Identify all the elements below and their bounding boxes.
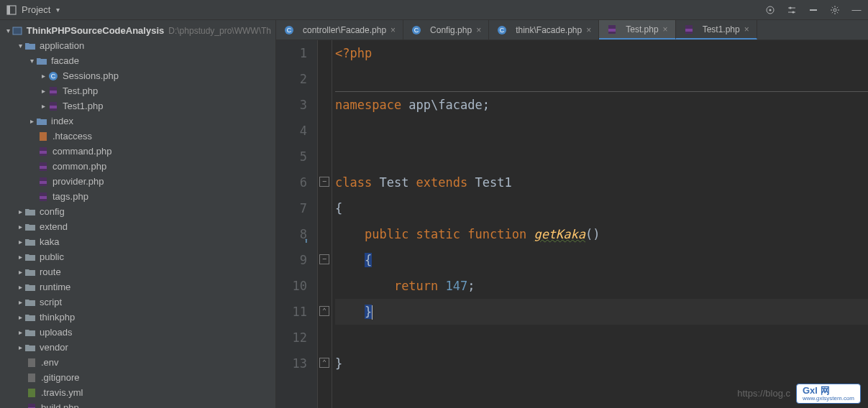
fold-toggle-icon[interactable]: − <box>319 177 329 187</box>
svg-point-3 <box>769 9 771 11</box>
tree-folder-application[interactable]: ▾ application <box>0 38 275 53</box>
php-file-icon <box>26 402 37 409</box>
svg-point-7 <box>792 11 794 13</box>
svg-rect-22 <box>50 91 57 93</box>
collapse-icon[interactable] <box>808 4 819 16</box>
svg-rect-29 <box>40 166 47 169</box>
tree-file-provider[interactable]: provider.php <box>0 174 275 189</box>
chevron-down-icon: ▾ <box>53 6 62 14</box>
project-tool-icon[interactable] <box>6 4 17 16</box>
line-number: 4 <box>276 118 307 144</box>
tree-folder-facade[interactable]: ▾ facade <box>0 53 275 68</box>
folder-icon <box>24 206 36 218</box>
project-dropdown[interactable]: Project ▾ <box>22 4 62 15</box>
settings-sliders-icon[interactable] <box>786 4 798 16</box>
tree-file-travis[interactable]: .travis.yml <box>0 385 275 400</box>
tree-file-sessions[interactable]: ▸ C Sessions.php <box>0 68 275 83</box>
tree-label: ThinkPHPSourceCodeAnalysis <box>27 25 164 36</box>
tree-path: D:\phpstudy_pro\WWW\Th <box>168 26 271 36</box>
svg-text:C: C <box>287 27 292 34</box>
tree-folder-config[interactable]: ▸config <box>0 204 275 219</box>
watermark-url: https://blog.c <box>737 388 790 399</box>
gear-icon[interactable] <box>829 4 841 16</box>
svg-rect-48 <box>685 29 693 32</box>
close-icon[interactable]: × <box>586 25 591 35</box>
arrow-right-icon: ▸ <box>16 298 24 307</box>
tree-folder-runtime[interactable]: ▸runtime <box>0 279 275 295</box>
tree-folder-uploads[interactable]: ▸uploads <box>0 325 275 340</box>
tab-think-facade[interactable]: C think\Facade.php × <box>489 20 599 40</box>
caret-icon <box>372 305 373 320</box>
fold-toggle-icon[interactable]: − <box>319 254 329 264</box>
tree-folder-route[interactable]: ▸route <box>0 264 275 279</box>
tree-folder-script[interactable]: ▸script <box>0 295 275 310</box>
svg-rect-35 <box>28 374 35 382</box>
arrow-right-icon: ▸ <box>16 208 24 216</box>
tab-test1[interactable]: Test1.php × <box>676 20 757 40</box>
tree-root[interactable]: ▾ ThinkPHPSourceCodeAnalysis D:\phpstudy… <box>0 23 275 38</box>
tree-file-common[interactable]: common.php <box>0 159 275 174</box>
fold-end-icon[interactable]: ⌃ <box>319 358 329 368</box>
php-file-icon <box>37 176 49 187</box>
tab-config[interactable]: C Config.php × <box>403 20 489 40</box>
tree-folder-index[interactable]: ▸ index <box>0 113 275 129</box>
folder-icon <box>24 40 36 52</box>
close-icon[interactable]: × <box>663 24 668 34</box>
tree-file-tags[interactable]: tags.php <box>0 189 275 204</box>
tree-file-env[interactable]: .env <box>0 355 275 370</box>
tree-file-gitignore[interactable]: .gitignore <box>0 370 275 385</box>
code-line <box>335 118 868 144</box>
code-line <box>335 144 868 170</box>
close-icon[interactable]: × <box>476 25 481 35</box>
svg-rect-27 <box>40 151 47 154</box>
arrow-right-icon: ▸ <box>16 268 24 277</box>
arrow-down-icon: ▾ <box>27 57 36 65</box>
main: ▾ ThinkPHPSourceCodeAnalysis D:\phpstudy… <box>0 20 868 408</box>
locate-icon[interactable] <box>764 4 776 16</box>
svg-text:C: C <box>51 73 56 80</box>
svg-rect-46 <box>608 29 616 32</box>
tree-file-test[interactable]: ▸ Test.php <box>0 83 275 98</box>
close-icon[interactable]: × <box>390 25 396 35</box>
folder-icon <box>24 327 36 338</box>
svg-rect-36 <box>28 389 35 397</box>
text-file-icon <box>26 372 37 384</box>
tree-file-build[interactable]: build.php <box>0 400 275 408</box>
php-class-icon: C <box>496 24 508 36</box>
arrow-down-icon: ▾ <box>16 42 24 50</box>
tree-file-htaccess[interactable]: .htaccess <box>0 129 275 144</box>
tree-file-command[interactable]: command.php <box>0 144 275 159</box>
tree-folder-vendor[interactable]: ▸vendor <box>0 340 275 355</box>
code-line: { <box>335 195 868 221</box>
arrow-right-icon: ▸ <box>39 87 47 96</box>
arrow-right-icon: ▸ <box>16 313 24 322</box>
line-number: 5 <box>276 144 307 170</box>
fold-end-icon[interactable]: ⌃ <box>319 306 329 316</box>
close-icon[interactable]: × <box>744 24 749 34</box>
svg-line-16 <box>832 11 833 12</box>
arrow-right-icon: ▸ <box>39 102 47 111</box>
code-content[interactable]: <?php namespace app\facade; class Test e… <box>332 40 868 408</box>
project-tree[interactable]: ▾ ThinkPHPSourceCodeAnalysis D:\phpstudy… <box>0 20 276 408</box>
tab-test[interactable]: Test.php × <box>599 20 675 40</box>
php-file-icon <box>47 101 59 112</box>
tab-controller-facade[interactable]: C controller\Facade.php × <box>276 20 403 40</box>
code-editor[interactable]: 1 2 3 4 5 6 7 8⬆ 9 10 11 12 13 − − ⌃ ⌃ <box>276 40 868 408</box>
hide-icon[interactable]: — <box>851 4 862 16</box>
line-number: 10 <box>276 273 307 299</box>
tree-file-test1[interactable]: ▸ Test1.php <box>0 98 275 113</box>
arrow-right-icon: ▸ <box>39 72 47 80</box>
code-line: class Test extends Test1 <box>335 170 868 195</box>
folder-icon <box>36 116 47 127</box>
folder-icon <box>24 312 36 323</box>
tree-folder-extend[interactable]: ▸extend <box>0 219 275 234</box>
tree-folder-kaka[interactable]: ▸kaka <box>0 234 275 249</box>
apache-file-icon <box>37 131 49 142</box>
svg-text:C: C <box>500 27 505 34</box>
php-class-icon: C <box>47 70 59 82</box>
tree-folder-thinkphp[interactable]: ▸thinkphp <box>0 310 275 325</box>
php-class-icon: C <box>283 24 295 36</box>
gutter: 1 2 3 4 5 6 7 8⬆ 9 10 11 12 13 <box>276 40 318 408</box>
svg-rect-33 <box>40 196 47 199</box>
tree-folder-public[interactable]: ▸public <box>0 249 275 264</box>
